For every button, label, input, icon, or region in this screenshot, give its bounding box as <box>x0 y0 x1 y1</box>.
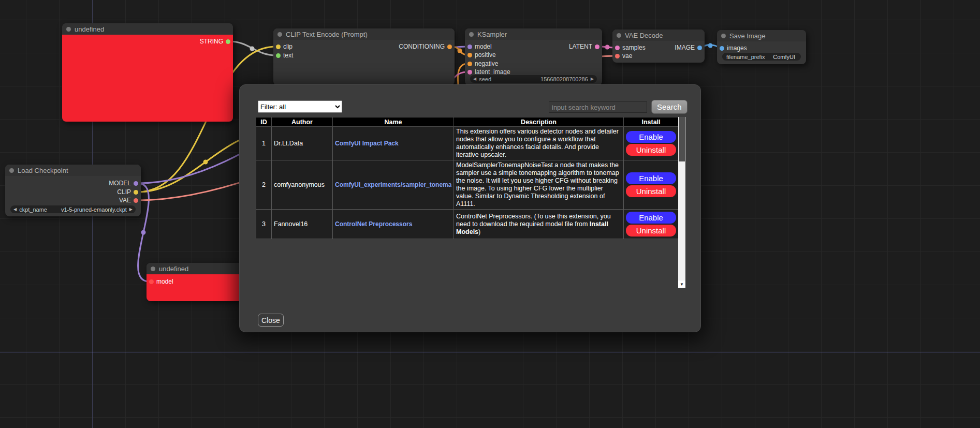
node-clip-text-encode[interactable]: CLIP Text Encode (Prompt) clip text COND… <box>273 28 455 85</box>
cell-author: comfyanonymous <box>272 160 333 210</box>
cell-description: ControlNet Preprocessors. (To use this e… <box>454 210 624 239</box>
description-text: This extension offers various detector n… <box>456 128 619 158</box>
input-slot-images[interactable] <box>720 46 724 51</box>
collapse-dot-icon[interactable] <box>469 32 474 37</box>
widget-label: filename_prefix <box>726 54 765 60</box>
cell-name: ComfyUI_experiments/sampler_tonemap <box>333 160 454 210</box>
output-slot-label: MODEL <box>109 180 131 187</box>
description-text: ) <box>478 228 480 235</box>
link-midpoint-dot <box>605 45 610 50</box>
node-header[interactable]: KSampler <box>465 28 602 40</box>
input-slot-label: positive <box>475 51 496 58</box>
extension-link[interactable]: ComfyUI_experiments/sampler_tonemap <box>335 181 451 188</box>
decrement-arrow-icon[interactable]: ◀ <box>473 75 476 83</box>
node-header[interactable]: Save Image <box>717 30 806 41</box>
output-slot-latent[interactable] <box>595 45 599 49</box>
enable-button[interactable]: Enable <box>626 131 676 143</box>
scrollbar-down-button[interactable]: ▼ <box>678 281 685 288</box>
node-ksampler[interactable]: KSampler model positive negative latent_… <box>465 28 602 85</box>
uninstall-button[interactable]: Uninstall <box>626 144 676 156</box>
output-slot-vae[interactable] <box>134 198 138 203</box>
input-slot-negative[interactable] <box>467 62 472 66</box>
collapse-dot-icon[interactable] <box>9 168 14 173</box>
node-load-checkpoint[interactable]: Load Checkpoint MODEL CLIP VAE ◀ ckpt_na… <box>5 165 141 216</box>
collapse-dot-icon[interactable] <box>151 267 155 271</box>
extension-link[interactable]: ControlNet Preprocessors <box>335 220 451 228</box>
output-slot-row: STRING <box>62 37 233 46</box>
output-slot-row: LATENT <box>465 42 602 51</box>
column-header-name: Name <box>333 117 454 127</box>
uninstall-button[interactable]: Uninstall <box>626 225 676 237</box>
cell-name: ControlNet Preprocessors <box>333 210 454 239</box>
link-midpoint-dot <box>708 43 713 48</box>
enable-button[interactable]: Enable <box>626 212 676 224</box>
ckpt-name-widget[interactable]: ◀ ckpt_name v1-5-pruned-emaonly.ckpt ▶ <box>10 205 136 213</box>
link-midpoint-dot <box>250 47 255 51</box>
output-slot-label: CONDITIONING <box>399 43 445 50</box>
node-vae-decode[interactable]: VAE Decode samples vae IMAGE <box>612 29 705 63</box>
cell-id: 2 <box>256 160 272 210</box>
collapse-dot-icon[interactable] <box>721 34 726 38</box>
increment-arrow-icon[interactable]: ▶ <box>591 75 594 83</box>
node-header[interactable]: undefined <box>62 23 233 35</box>
input-slot-label: negative <box>475 60 498 67</box>
collapse-dot-icon[interactable] <box>277 32 282 37</box>
input-slot-label: model <box>156 278 173 285</box>
node-undefined-top[interactable]: undefined STRING <box>62 23 233 122</box>
cell-install: Enable Uninstall <box>624 210 679 239</box>
cell-author: Dr.Lt.Data <box>272 127 333 160</box>
input-slot-label: text <box>283 52 293 59</box>
widget-label: seed <box>479 76 491 82</box>
collapse-dot-icon[interactable] <box>617 33 621 38</box>
filename-prefix-widget[interactable]: filename_prefix ComfyUI <box>722 53 801 61</box>
input-slot-model[interactable] <box>149 279 154 284</box>
node-header[interactable]: CLIP Text Encode (Prompt) <box>273 28 455 40</box>
output-slot-clip[interactable] <box>134 190 138 195</box>
column-header-description: Description <box>454 117 624 127</box>
output-slot-image[interactable] <box>697 46 702 50</box>
node-title: undefined <box>75 25 104 33</box>
cell-id: 1 <box>256 127 272 160</box>
filter-select[interactable]: Filter: all <box>258 100 342 113</box>
input-slot-text[interactable] <box>276 53 281 58</box>
output-slot-label: VAE <box>119 197 131 204</box>
cell-install: Enable Uninstall <box>624 160 679 210</box>
collapse-dot-icon[interactable] <box>66 27 71 32</box>
output-slot-string[interactable] <box>226 39 230 44</box>
column-header-id: ID <box>256 117 272 127</box>
output-slot-label: STRING <box>200 38 223 45</box>
output-slot-conditioning[interactable] <box>447 45 452 49</box>
node-title: CLIP Text Encode (Prompt) <box>286 31 368 38</box>
widget-value: 156680208700286 <box>540 76 588 82</box>
input-slot-label: latent_image <box>475 68 510 76</box>
description-text: ControlNet Preprocessors. (To use this e… <box>456 213 611 228</box>
previous-arrow-icon[interactable]: ◀ <box>13 205 17 213</box>
close-button[interactable]: Close <box>258 314 284 327</box>
input-slot-positive[interactable] <box>467 53 472 57</box>
node-header[interactable]: VAE Decode <box>612 29 705 41</box>
input-slot-row: positive <box>465 51 602 59</box>
input-slot-latent-image[interactable] <box>467 70 472 75</box>
extension-link[interactable]: ComfyUI Impact Pack <box>335 140 451 147</box>
node-title: KSampler <box>477 31 507 38</box>
node-title: Load Checkpoint <box>18 167 68 174</box>
node-save-image[interactable]: Save Image images filename_prefix ComfyU… <box>717 30 806 64</box>
node-header[interactable]: Load Checkpoint <box>5 165 141 176</box>
output-slot-row: CLIP <box>5 188 141 196</box>
next-arrow-icon[interactable]: ▶ <box>129 205 133 213</box>
node-canvas[interactable]: undefined STRING CLIP Text Encode (Promp… <box>0 0 980 428</box>
uninstall-button[interactable]: Uninstall <box>626 185 676 197</box>
node-title: undefined <box>159 265 188 273</box>
search-button[interactable]: Search <box>651 100 688 114</box>
input-slot-label: images <box>727 45 747 52</box>
seed-widget[interactable]: ◀ seed 156680208700286 ▶ <box>470 75 597 83</box>
input-slot-vae[interactable] <box>615 54 620 58</box>
search-input[interactable] <box>549 101 647 113</box>
cell-description: ModelSamplerTonemapNoiseTest a node that… <box>454 160 624 210</box>
extension-table-container: ID Author Name Description Install 1 Dr.… <box>256 117 685 288</box>
enable-button[interactable]: Enable <box>626 172 676 184</box>
scrollbar-thumb[interactable] <box>679 117 685 161</box>
output-slot-model[interactable] <box>134 181 138 186</box>
install-custom-nodes-dialog: Filter: all Search ID Author Name Descri… <box>239 84 701 332</box>
table-scrollbar[interactable]: ▼ <box>678 117 685 288</box>
